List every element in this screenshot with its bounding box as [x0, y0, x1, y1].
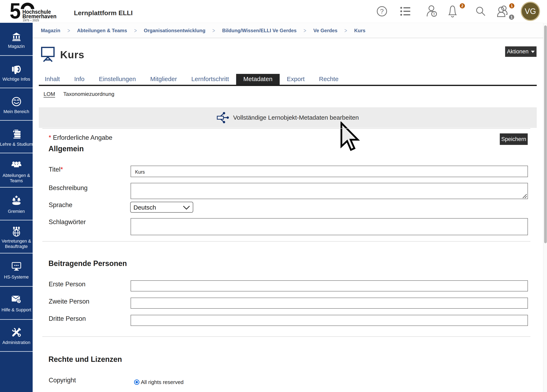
- svg-text:1975 – 2025: 1975 – 2025: [23, 19, 39, 22]
- svg-text:!: !: [433, 12, 435, 16]
- svg-text:?: ?: [18, 300, 20, 304]
- svg-text:5: 5: [10, 1, 21, 22]
- svg-text:?: ?: [380, 7, 384, 15]
